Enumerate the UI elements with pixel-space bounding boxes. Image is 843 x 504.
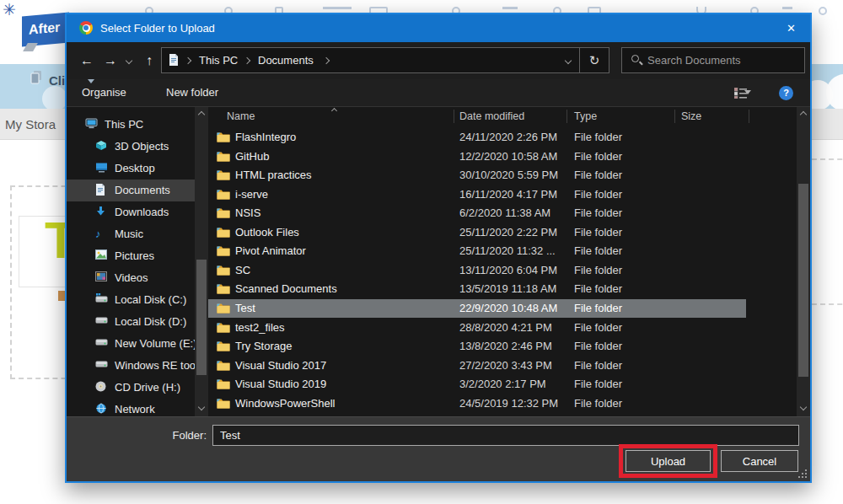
scrollbar-thumb[interactable] [798, 184, 808, 377]
file-row[interactable]: i-serve16/11/2020 4:17 PMFile folder [208, 185, 810, 204]
window-resize-grip[interactable] [798, 469, 807, 478]
file-row[interactable]: HTML practices30/10/2020 5:59 PMFile fol… [208, 166, 810, 185]
back-button[interactable]: ← [77, 51, 97, 71]
sidebar-item-label: Videos [115, 267, 148, 289]
address-bar[interactable]: This PC Documents [161, 47, 580, 73]
copy-icon [30, 70, 43, 88]
file-row[interactable]: Scanned Documents13/5/2019 11:18 AMFile … [208, 280, 810, 298]
navigation-bar: ← → ↑ This PC Documents ↻ [67, 42, 810, 79]
sidebar-item-desktop[interactable]: Desktop [67, 158, 195, 180]
file-row[interactable]: NSIS6/2/2020 11:38 AMFile folder [208, 204, 810, 223]
sidebar-item-label: Network [115, 399, 155, 416]
chevron-down-icon [88, 79, 94, 83]
sidebar-item-cd-drive-h[interactable]: CD Drive (H:) [67, 377, 195, 399]
file-date-modified: 24/11/2020 2:26 PM [459, 128, 557, 147]
sidebar-item-music[interactable]: ♪Music [67, 223, 195, 245]
sidebar-item-label: Local Disk (C:) [115, 289, 186, 311]
sidebar-item-this-pc[interactable]: This PC [67, 114, 195, 136]
file-row[interactable]: Outlook Files25/11/2020 2:22 PMFile fold… [208, 223, 810, 242]
file-type: File folder [574, 299, 622, 318]
sidebar-item-new-volume-e[interactable]: New Volume (E:) [67, 333, 195, 355]
file-row[interactable]: SC13/11/2020 6:04 PMFile folder [208, 261, 810, 280]
history-dropdown-icon[interactable] [126, 57, 132, 64]
dialog-title-bar[interactable]: Select Folder to Upload ✕ [67, 14, 810, 42]
close-icon[interactable]: ✕ [772, 14, 810, 42]
sidebar-item-documents[interactable]: Documents [67, 180, 195, 201]
scroll-up-icon[interactable] [197, 111, 204, 118]
new-folder-button[interactable]: New folder [166, 79, 218, 106]
sidebar-item-windows-re-too[interactable]: Windows RE too [67, 355, 195, 377]
upload-button[interactable]: Upload [626, 450, 711, 472]
sidebar-item-3d-objects[interactable]: 3D Objects [67, 136, 195, 158]
forward-button[interactable]: → [100, 51, 121, 71]
file-row[interactable]: GitHub12/2/2020 10:58 AMFile folder [208, 147, 810, 166]
file-list-scrollbar[interactable] [797, 107, 810, 416]
clipboard-label[interactable]: Cli [49, 73, 65, 88]
sidebar-scrollbar[interactable] [195, 107, 208, 416]
sidebar-item-downloads[interactable]: Downloads [67, 201, 195, 223]
sidebar-item-pictures[interactable]: Pictures [67, 245, 195, 267]
file-row[interactable]: Try Storage13/8/2020 2:46 PMFile folder [208, 337, 810, 356]
dialog-title: Select Folder to Upload [100, 14, 215, 42]
file-date-modified: 24/5/2019 12:32 PM [459, 394, 558, 413]
breadcrumb-separator-icon [185, 57, 191, 64]
file-row[interactable]: Test22/9/2020 10:48 AMFile folder [208, 299, 746, 318]
sidebar-item-label: 3D Objects [115, 136, 169, 158]
scroll-down-icon[interactable] [197, 404, 204, 410]
address-dropdown-icon[interactable] [565, 57, 572, 64]
file-row[interactable]: WindowsPowerShell24/5/2019 12:32 PMFile … [208, 394, 810, 413]
file-type: File folder [574, 357, 622, 375]
search-input[interactable] [647, 48, 799, 72]
scroll-up-icon[interactable] [799, 111, 806, 118]
breadcrumb-this-pc[interactable]: This PC [199, 48, 238, 72]
folder-name-input[interactable] [212, 425, 799, 446]
file-type: File folder [574, 261, 622, 280]
breadcrumb-separator-icon [323, 57, 330, 64]
scrollbar-thumb[interactable] [196, 260, 207, 375]
column-header-size[interactable]: Size [681, 107, 701, 126]
breadcrumb-documents[interactable]: Documents [258, 48, 314, 72]
help-icon[interactable]: ? [779, 86, 793, 100]
file-name: FlashIntegro [235, 128, 296, 147]
column-header-name[interactable]: Name [227, 107, 255, 126]
logo-text: After [29, 19, 60, 36]
file-date-modified: 6/2/2020 11:38 AM [459, 204, 550, 223]
file-name: Visual Studio 2017 [235, 357, 326, 375]
file-row[interactable]: Pivot Animator25/11/2020 11:32 ...File f… [208, 242, 810, 260]
dialog-footer: Folder: Upload Cancel [67, 416, 810, 481]
column-divider[interactable] [749, 110, 749, 123]
column-header-date[interactable]: Date modified [459, 107, 524, 126]
column-divider[interactable] [566, 110, 567, 123]
file-row[interactable]: test2_files28/8/2020 4:21 PMFile folder [208, 319, 810, 337]
up-button[interactable]: ↑ [139, 51, 159, 71]
my-storage-tab[interactable]: My Stora [5, 109, 56, 140]
background-icon-fragment [819, 7, 827, 15]
file-type: File folder [574, 242, 622, 260]
file-type: File folder [574, 128, 622, 147]
sidebar-item-videos[interactable]: Videos [67, 267, 195, 289]
column-divider[interactable] [454, 110, 454, 123]
sidebar-item-label: Pictures [115, 245, 154, 267]
select-folder-dialog: Select Folder to Upload ✕ ← → ↑ This PC … [65, 13, 812, 483]
view-options-dropdown-icon[interactable] [744, 90, 751, 94]
file-name: HTML practices [235, 166, 312, 185]
file-type: File folder [574, 394, 622, 413]
refresh-button[interactable]: ↻ [579, 47, 609, 73]
cloud-shape [42, 86, 67, 111]
file-date-modified: 16/11/2020 4:17 PM [459, 185, 557, 204]
file-type: File folder [574, 166, 622, 185]
column-header-type[interactable]: Type [574, 107, 597, 126]
scroll-down-icon[interactable] [799, 404, 806, 410]
file-type: File folder [574, 337, 622, 356]
sidebar-item-network[interactable]: Network [67, 399, 195, 416]
column-divider[interactable] [674, 110, 675, 123]
sidebar-item-label: Documents [115, 180, 170, 201]
sidebar-item-local-disk-d[interactable]: Local Disk (D:) [67, 311, 195, 333]
file-row[interactable]: Visual Studio 20193/2/2020 2:17 PMFile f… [208, 375, 810, 394]
cancel-button[interactable]: Cancel [721, 450, 798, 472]
file-row[interactable]: Visual Studio 201727/2/2020 3:43 PMFile … [208, 357, 810, 375]
file-row[interactable]: FlashIntegro24/11/2020 2:26 PMFile folde… [208, 128, 810, 147]
file-name: Pivot Animator [235, 242, 306, 260]
sidebar-item-local-disk-c[interactable]: Local Disk (C:) [67, 289, 195, 311]
file-name: test2_files [235, 319, 285, 337]
